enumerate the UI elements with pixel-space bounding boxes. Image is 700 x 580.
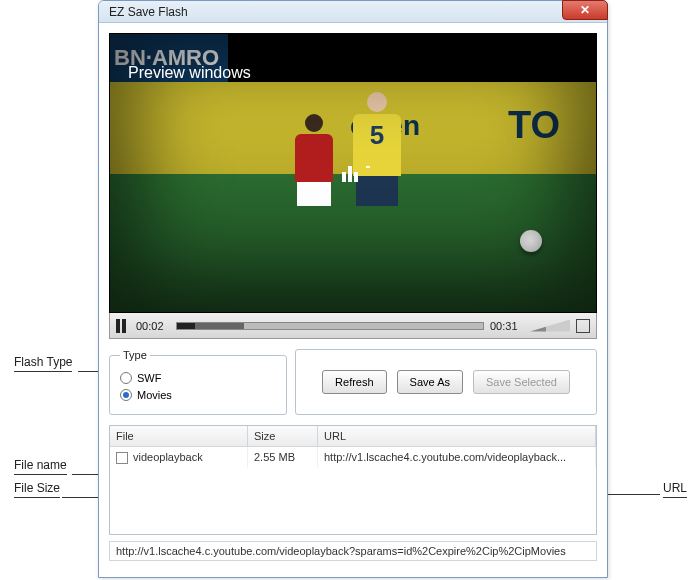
type-legend: Type xyxy=(120,349,150,361)
callout-file-name: File name xyxy=(14,458,67,475)
grid-header: File Size URL xyxy=(110,426,596,447)
col-header-file[interactable]: File xyxy=(110,426,248,446)
col-header-url[interactable]: URL xyxy=(318,426,596,446)
pause-button[interactable] xyxy=(116,319,130,333)
radio-label: Movies xyxy=(137,389,172,401)
video-preview[interactable]: BN·AMRO eizen TO 5 Preview windows xyxy=(109,33,597,313)
buffering-icon xyxy=(342,164,364,182)
radio-movies[interactable]: Movies xyxy=(120,389,276,401)
app-window: EZ Save Flash ✕ BN·AMRO eizen TO 5 Previ… xyxy=(98,0,608,578)
refresh-button[interactable]: Refresh xyxy=(322,370,387,394)
volume-slider[interactable] xyxy=(530,320,570,332)
radio-swf[interactable]: SWF xyxy=(120,372,276,384)
fullscreen-button[interactable] xyxy=(576,319,590,333)
save-selected-button: Save Selected xyxy=(473,370,570,394)
col-header-size[interactable]: Size xyxy=(248,426,318,446)
seek-bar[interactable] xyxy=(176,322,484,330)
row-checkbox[interactable] xyxy=(116,452,128,464)
type-group: Type SWF Movies xyxy=(109,349,287,415)
status-bar: http://v1.lscache4.c.youtube.com/videopl… xyxy=(109,541,597,561)
button-panel: Refresh Save As Save Selected xyxy=(295,349,597,415)
callout-flash-type: Flash Type xyxy=(14,355,72,372)
save-as-button[interactable]: Save As xyxy=(397,370,463,394)
preview-label: Preview windows xyxy=(128,64,251,82)
close-button[interactable]: ✕ xyxy=(562,0,608,20)
radio-icon xyxy=(120,389,132,401)
cell-size: 2.55 MB xyxy=(248,447,318,468)
file-grid: File Size URL videoplayback 2.55 MB http… xyxy=(109,425,597,535)
callout-url: URL xyxy=(663,481,687,498)
table-row[interactable]: videoplayback 2.55 MB http://v1.lscache4… xyxy=(110,447,596,468)
player-controls: 00:02 00:31 xyxy=(109,313,597,339)
radio-label: SWF xyxy=(137,372,161,384)
callout-file-size: File Size xyxy=(14,481,60,498)
time-total: 00:31 xyxy=(490,320,524,332)
window-title: EZ Save Flash xyxy=(109,5,188,19)
radio-icon xyxy=(120,372,132,384)
close-icon: ✕ xyxy=(580,3,590,17)
cell-file: videoplayback xyxy=(110,447,248,468)
cell-url: http://v1.lscache4.c.youtube.com/videopl… xyxy=(318,447,596,468)
titlebar[interactable]: EZ Save Flash ✕ xyxy=(99,1,607,23)
time-current: 00:02 xyxy=(136,320,170,332)
